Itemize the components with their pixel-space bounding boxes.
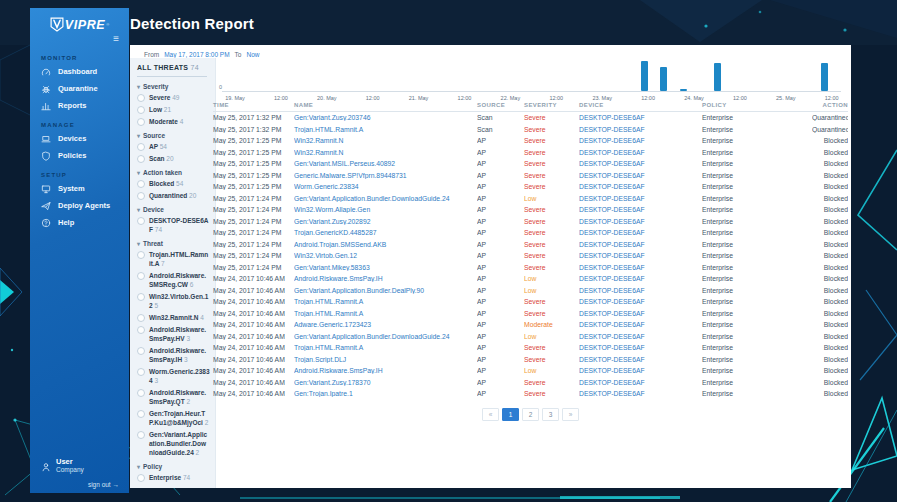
chart-bar[interactable] bbox=[821, 63, 828, 91]
filter-option[interactable]: Enterprise 74 bbox=[137, 473, 210, 482]
threat-name-link[interactable]: Android.Riskware.SmsPay.IH bbox=[294, 275, 477, 282]
sidebar-item[interactable]: Quarantine bbox=[30, 80, 129, 97]
threat-name-link[interactable]: Win32.Virtob.Gen.12 bbox=[294, 252, 477, 259]
threat-name-link[interactable]: Gen:Variant.Zusy.202892 bbox=[294, 218, 477, 225]
sidebar-item[interactable]: Deploy Agents bbox=[30, 197, 129, 214]
filter-option[interactable]: Blocked 54 bbox=[137, 179, 210, 188]
device-link[interactable]: DESKTOP-DESE6AF bbox=[579, 206, 702, 213]
threat-name-link[interactable]: Gen:Trojan.Ipatre.1 bbox=[294, 390, 477, 397]
filter-checkbox[interactable] bbox=[137, 118, 145, 126]
filter-checkbox[interactable] bbox=[137, 272, 145, 280]
device-link[interactable]: DESKTOP-DESE6AF bbox=[579, 252, 702, 259]
filter-option[interactable]: Android.Riskware.SmsPay.HV 3 bbox=[137, 325, 210, 343]
sidebar-item[interactable]: Help bbox=[30, 214, 129, 231]
filter-group-title[interactable]: Policy bbox=[137, 463, 210, 470]
next-page-button[interactable]: » bbox=[562, 408, 579, 421]
device-link[interactable]: DESKTOP-DESE6AF bbox=[579, 333, 702, 340]
threat-name-link[interactable]: Android.Riskware.SmsPay.IH bbox=[294, 367, 477, 374]
page-number[interactable]: 2 bbox=[522, 408, 539, 421]
filter-option[interactable]: Quarantined 20 bbox=[137, 191, 210, 200]
filter-option[interactable]: Android.Riskware.SMSReg.CW 6 bbox=[137, 271, 210, 289]
filter-checkbox[interactable] bbox=[137, 431, 145, 439]
filter-group-title[interactable]: Action taken bbox=[137, 169, 210, 176]
chart-bar[interactable] bbox=[660, 67, 667, 91]
device-link[interactable]: DESKTOP-DESE6AF bbox=[579, 356, 702, 363]
vipre-logo[interactable]: VIPRE ® bbox=[30, 17, 129, 32]
device-link[interactable]: DESKTOP-DESE6AF bbox=[579, 172, 702, 179]
device-link[interactable]: DESKTOP-DESE6AF bbox=[579, 298, 702, 305]
threat-name-link[interactable]: Trojan.HTML.Ramnit.A bbox=[294, 344, 477, 351]
device-link[interactable]: DESKTOP-DESE6AF bbox=[579, 160, 702, 167]
page-number[interactable]: 1 bbox=[502, 408, 519, 421]
filter-option[interactable]: Android.Riskware.SmsPay.QT 2 bbox=[137, 388, 210, 406]
filter-group-title[interactable]: Source bbox=[137, 132, 210, 139]
threat-name-link[interactable]: Trojan.HTML.Ramnit.A bbox=[294, 298, 477, 305]
sidebar-item[interactable]: Devices bbox=[30, 130, 129, 147]
to-date-link[interactable]: Now bbox=[246, 51, 259, 58]
threat-name-link[interactable]: Gen:Variant.Application.Bundler.DealPly.… bbox=[294, 287, 477, 294]
device-link[interactable]: DESKTOP-DESE6AF bbox=[579, 126, 702, 133]
page-number[interactable]: 3 bbox=[542, 408, 559, 421]
device-link[interactable]: DESKTOP-DESE6AF bbox=[579, 264, 702, 271]
filter-checkbox[interactable] bbox=[137, 410, 145, 418]
device-link[interactable]: DESKTOP-DESE6AF bbox=[579, 321, 702, 328]
device-link[interactable]: DESKTOP-DESE6AF bbox=[579, 310, 702, 317]
filter-option[interactable]: DESKTOP-DESE6AF 74 bbox=[137, 216, 210, 234]
threat-name-link[interactable]: Adware.Generic.1723423 bbox=[294, 321, 477, 328]
chart-bar[interactable] bbox=[714, 63, 721, 91]
filter-checkbox[interactable] bbox=[137, 106, 145, 114]
device-link[interactable]: DESKTOP-DESE6AF bbox=[579, 344, 702, 351]
filter-checkbox[interactable] bbox=[137, 474, 145, 482]
filter-option[interactable]: Gen:Trojan.Heur.TP.Ku1@b&MjyOci 2 bbox=[137, 409, 210, 427]
device-link[interactable]: DESKTOP-DESE6AF bbox=[579, 229, 702, 236]
device-link[interactable]: DESKTOP-DESE6AF bbox=[579, 149, 702, 156]
filter-group-title[interactable]: Severity bbox=[137, 83, 210, 90]
filter-option[interactable]: Android.Riskware.SmsPay.IH 3 bbox=[137, 346, 210, 364]
filter-checkbox[interactable] bbox=[137, 251, 145, 259]
filter-option[interactable]: Moderate 4 bbox=[137, 117, 210, 126]
threat-name-link[interactable]: Gen:Variant.Zusy.178370 bbox=[294, 379, 477, 386]
device-link[interactable]: DESKTOP-DESE6AF bbox=[579, 241, 702, 248]
filter-option[interactable]: Win32.Ramnit.N 4 bbox=[137, 313, 210, 322]
threat-name-link[interactable]: Trojan.HTML.Ramnit.A bbox=[294, 126, 477, 133]
filter-checkbox[interactable] bbox=[137, 368, 145, 376]
filter-checkbox[interactable] bbox=[137, 326, 145, 334]
device-link[interactable]: DESKTOP-DESE6AF bbox=[579, 367, 702, 374]
filter-checkbox[interactable] bbox=[137, 143, 145, 151]
prev-page-button[interactable]: « bbox=[482, 408, 499, 421]
threat-name-link[interactable]: Gen:Variant.Application.Bundler.Download… bbox=[294, 195, 477, 202]
sidebar-item[interactable]: Reports bbox=[30, 97, 129, 114]
threat-name-link[interactable]: Android.Trojan.SMSSend.AKB bbox=[294, 241, 477, 248]
filter-option[interactable]: Worm.Generic.23834 3 bbox=[137, 367, 210, 385]
threat-name-link[interactable]: Gen:Variant.Zusy.203746 bbox=[294, 114, 477, 121]
filter-checkbox[interactable] bbox=[137, 155, 145, 163]
filter-option[interactable]: Win32.Virtob.Gen.12 5 bbox=[137, 292, 210, 310]
threat-name-link[interactable]: Generic.Malware.SP!Vfprn.89448731 bbox=[294, 172, 477, 179]
device-link[interactable]: DESKTOP-DESE6AF bbox=[579, 287, 702, 294]
sidebar-item[interactable]: Dashboard bbox=[30, 63, 129, 80]
threat-name-link[interactable]: Win32.Ramnit.N bbox=[294, 149, 477, 156]
filter-option[interactable]: Low 21 bbox=[137, 105, 210, 114]
filter-checkbox[interactable] bbox=[137, 180, 145, 188]
threat-name-link[interactable]: Win32.Worm.Allaple.Gen bbox=[294, 206, 477, 213]
filter-group-title[interactable]: Threat bbox=[137, 240, 210, 247]
filter-group-title[interactable]: Device bbox=[137, 206, 210, 213]
threat-name-link[interactable]: Gen:Variant.Application.Bundler.Download… bbox=[294, 333, 477, 340]
filter-checkbox[interactable] bbox=[137, 94, 145, 102]
threat-name-link[interactable]: Win32.Ramnit.N bbox=[294, 137, 477, 144]
filter-checkbox[interactable] bbox=[137, 217, 145, 225]
filter-checkbox[interactable] bbox=[137, 347, 145, 355]
chart-bar[interactable] bbox=[680, 89, 687, 91]
filter-checkbox[interactable] bbox=[137, 293, 145, 301]
sidebar-item[interactable]: Policies bbox=[30, 147, 129, 164]
device-link[interactable]: DESKTOP-DESE6AF bbox=[579, 390, 702, 397]
filter-option[interactable]: Trojan.HTML.Ramnit.A 7 bbox=[137, 250, 210, 268]
device-link[interactable]: DESKTOP-DESE6AF bbox=[579, 137, 702, 144]
threat-name-link[interactable]: Trojan.Script.DLJ bbox=[294, 356, 477, 363]
sign-out-link[interactable]: sign out → bbox=[88, 481, 119, 488]
device-link[interactable]: DESKTOP-DESE6AF bbox=[579, 275, 702, 282]
device-link[interactable]: DESKTOP-DESE6AF bbox=[579, 195, 702, 202]
threat-name-link[interactable]: Gen:Variant.MSIL.Perseus.40892 bbox=[294, 160, 477, 167]
menu-icon[interactable]: ≡ bbox=[113, 35, 119, 43]
threat-name-link[interactable]: Worm.Generic.23834 bbox=[294, 183, 477, 190]
